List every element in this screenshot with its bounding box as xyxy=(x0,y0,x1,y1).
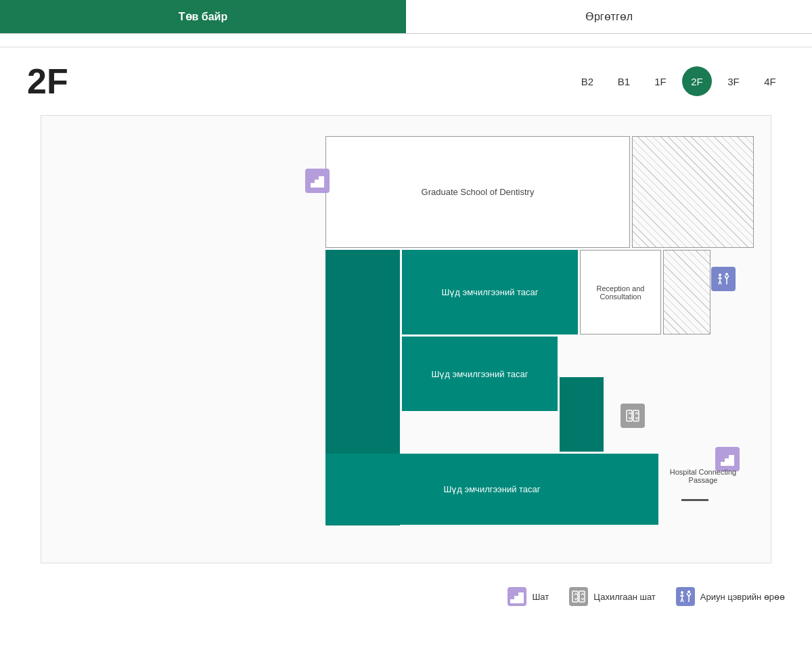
svg-rect-22 xyxy=(518,592,524,603)
svg-rect-2 xyxy=(319,177,324,188)
room-dental-2: Шүд эмчилгээний тасаг xyxy=(402,337,558,411)
svg-rect-20 xyxy=(510,599,514,603)
stair-icon-topleft xyxy=(305,169,330,193)
svg-line-11 xyxy=(725,276,727,279)
legend-stair-label: Шат xyxy=(532,592,549,602)
svg-rect-15 xyxy=(627,410,632,421)
map-outer: Graduate School of Dentistry Шүд э xyxy=(41,115,771,563)
floor-label: 2F xyxy=(27,61,68,102)
passage-line xyxy=(681,499,708,501)
tab-main[interactable]: Төв байр xyxy=(0,0,406,33)
svg-rect-17 xyxy=(721,462,725,466)
stair-svg-topleft xyxy=(311,174,324,188)
floor-header: 2F B2 B1 1F 2F 3F 4F xyxy=(27,61,785,102)
stair-svg-right xyxy=(721,452,734,466)
restroom-svg xyxy=(717,272,730,286)
legend-elevator-label: Цахилгаан шат xyxy=(593,592,656,602)
svg-line-12 xyxy=(727,276,729,279)
legend-stair-icon xyxy=(508,587,526,606)
svg-line-32 xyxy=(689,593,691,597)
svg-rect-21 xyxy=(514,596,518,603)
svg-point-6 xyxy=(719,274,721,276)
legend-restroom-icon xyxy=(676,587,695,606)
svg-rect-24 xyxy=(579,591,585,602)
floor-btn-3f[interactable]: 3F xyxy=(719,66,748,96)
legend-elevator-icon xyxy=(569,587,588,606)
legend-restroom: Ариун цэврийн өрөө xyxy=(676,587,785,606)
elevator-icon-mid xyxy=(621,404,645,428)
room-reception: Reception andConsultation xyxy=(580,250,661,334)
hospital-passage-label: Hospital Connecting Passage xyxy=(662,468,744,484)
legend-restroom-svg xyxy=(679,590,692,603)
svg-rect-0 xyxy=(311,183,315,188)
floor-nav: B2 B1 1F 2F 3F 4F xyxy=(572,66,785,96)
room-dental-3: Шүд эмчилгээний тасаг xyxy=(325,454,658,525)
svg-line-31 xyxy=(687,593,689,597)
header-tabs: Төв байр Өргөтгөл xyxy=(0,0,812,34)
legend-elevator-svg xyxy=(572,590,585,603)
svg-rect-23 xyxy=(572,591,578,602)
floor-btn-1f[interactable]: 1F xyxy=(646,66,675,96)
restroom-icon-top xyxy=(711,267,736,291)
svg-rect-16 xyxy=(633,410,639,421)
legend-restroom-label: Ариун цэврийн өрөө xyxy=(700,592,785,602)
room-dental-1: Шүд эмчилгээний тасаг xyxy=(402,250,578,334)
floor-btn-b1[interactable]: B1 xyxy=(609,66,639,96)
floor-btn-b2[interactable]: B2 xyxy=(572,66,602,96)
floor-map: Graduate School of Dentistry Шүд э xyxy=(62,136,806,556)
svg-point-14 xyxy=(725,273,728,276)
separator xyxy=(0,34,812,47)
legend: Шат Цахилгаан шат xyxy=(0,577,812,616)
svg-point-30 xyxy=(687,590,690,593)
svg-rect-19 xyxy=(729,455,734,466)
main-content: 2F B2 B1 1F 2F 3F 4F Graduate School of … xyxy=(0,47,812,577)
legend-elevator: Цахилгаан шат xyxy=(569,587,656,606)
svg-point-25 xyxy=(681,591,683,594)
legend-stair-svg xyxy=(510,590,524,603)
svg-line-10 xyxy=(720,281,721,284)
elevator-svg xyxy=(626,409,639,423)
area-hatched-top xyxy=(632,136,754,248)
room-graduate-school: Graduate School of Dentistry xyxy=(325,136,630,248)
tab-extension[interactable]: Өргөтгөл xyxy=(406,0,812,33)
floor-btn-4f[interactable]: 4F xyxy=(755,66,785,96)
svg-rect-18 xyxy=(725,458,729,466)
svg-line-29 xyxy=(682,599,683,602)
block-mid-right xyxy=(560,377,604,452)
svg-rect-1 xyxy=(315,180,319,188)
area-hatched-mid xyxy=(663,250,710,334)
legend-stair: Шат xyxy=(508,587,549,606)
floor-btn-2f[interactable]: 2F xyxy=(682,66,712,96)
